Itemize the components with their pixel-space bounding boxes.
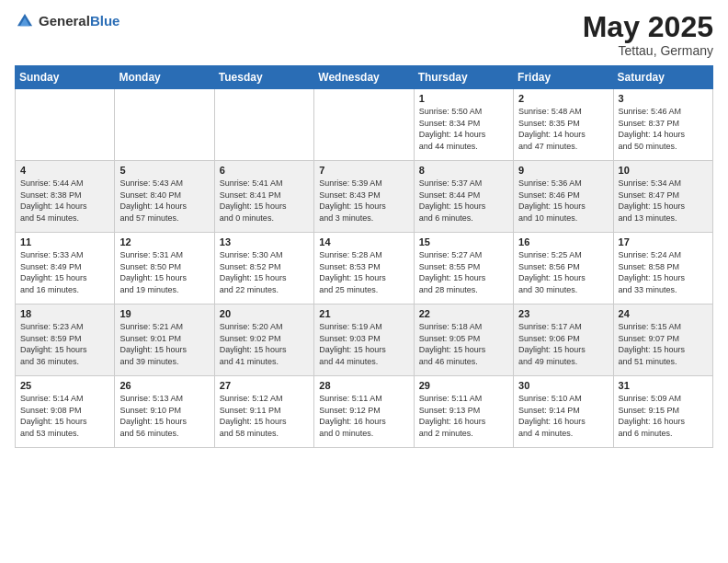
day-number: 24 <box>619 308 708 319</box>
calendar-header-row: Sunday Monday Tuesday Wednesday Thursday… <box>16 66 713 89</box>
day-number: 9 <box>518 165 608 176</box>
table-row: 7Sunrise: 5:39 AM Sunset: 8:43 PM Daylig… <box>314 161 414 233</box>
table-row <box>16 89 115 161</box>
table-row: 3Sunrise: 5:46 AM Sunset: 8:37 PM Daylig… <box>613 89 712 161</box>
day-number: 13 <box>220 236 309 247</box>
day-number: 3 <box>619 93 708 104</box>
day-info: Sunrise: 5:44 AM Sunset: 8:38 PM Dayligh… <box>20 178 109 224</box>
day-number: 15 <box>419 236 508 247</box>
table-row: 11Sunrise: 5:33 AM Sunset: 8:49 PM Dayli… <box>16 233 115 304</box>
day-number: 14 <box>319 236 408 247</box>
day-number: 4 <box>20 165 109 176</box>
table-row <box>314 89 414 161</box>
day-info: Sunrise: 5:14 AM Sunset: 9:08 PM Dayligh… <box>20 393 109 439</box>
day-number: 19 <box>119 308 209 319</box>
table-row: 5Sunrise: 5:43 AM Sunset: 8:40 PM Daylig… <box>115 161 214 233</box>
day-number: 23 <box>518 308 608 319</box>
table-row: 10Sunrise: 5:34 AM Sunset: 8:47 PM Dayli… <box>613 161 712 233</box>
day-number: 5 <box>119 165 209 176</box>
table-row: 16Sunrise: 5:25 AM Sunset: 8:56 PM Dayli… <box>514 233 613 304</box>
col-tuesday: Tuesday <box>214 66 313 89</box>
day-info: Sunrise: 5:12 AM Sunset: 9:11 PM Dayligh… <box>220 393 309 439</box>
logo-general-text: General <box>39 13 90 29</box>
col-saturday: Saturday <box>613 66 712 89</box>
day-number: 11 <box>20 236 109 247</box>
col-sunday: Sunday <box>16 66 115 89</box>
table-row: 2Sunrise: 5:48 AM Sunset: 8:35 PM Daylig… <box>514 89 613 161</box>
day-number: 10 <box>619 165 708 176</box>
location: Tettau, Germany <box>583 43 713 58</box>
day-info: Sunrise: 5:17 AM Sunset: 9:06 PM Dayligh… <box>518 321 608 367</box>
day-info: Sunrise: 5:21 AM Sunset: 9:01 PM Dayligh… <box>119 321 209 367</box>
day-info: Sunrise: 5:10 AM Sunset: 9:14 PM Dayligh… <box>518 393 608 439</box>
day-info: Sunrise: 5:37 AM Sunset: 8:44 PM Dayligh… <box>419 178 508 224</box>
table-row: 22Sunrise: 5:18 AM Sunset: 9:05 PM Dayli… <box>414 304 513 376</box>
day-info: Sunrise: 5:11 AM Sunset: 9:12 PM Dayligh… <box>319 393 408 439</box>
table-row: 8Sunrise: 5:37 AM Sunset: 8:44 PM Daylig… <box>414 161 513 233</box>
calendar-week-row: 11Sunrise: 5:33 AM Sunset: 8:49 PM Dayli… <box>16 233 713 304</box>
day-number: 12 <box>119 236 209 247</box>
day-info: Sunrise: 5:13 AM Sunset: 9:10 PM Dayligh… <box>119 393 209 439</box>
day-info: Sunrise: 5:50 AM Sunset: 8:34 PM Dayligh… <box>419 106 508 152</box>
calendar-week-row: 1Sunrise: 5:50 AM Sunset: 8:34 PM Daylig… <box>16 89 713 161</box>
calendar-week-row: 18Sunrise: 5:23 AM Sunset: 8:59 PM Dayli… <box>16 304 713 376</box>
month-year: May 2025 <box>583 11 713 43</box>
day-info: Sunrise: 5:34 AM Sunset: 8:47 PM Dayligh… <box>619 178 708 224</box>
day-number: 20 <box>220 308 309 319</box>
day-number: 29 <box>419 380 508 391</box>
table-row: 14Sunrise: 5:28 AM Sunset: 8:53 PM Dayli… <box>314 233 414 304</box>
table-row: 13Sunrise: 5:30 AM Sunset: 8:52 PM Dayli… <box>214 233 313 304</box>
table-row: 20Sunrise: 5:20 AM Sunset: 9:02 PM Dayli… <box>214 304 313 376</box>
day-info: Sunrise: 5:30 AM Sunset: 8:52 PM Dayligh… <box>220 249 309 295</box>
col-monday: Monday <box>115 66 214 89</box>
table-row: 6Sunrise: 5:41 AM Sunset: 8:41 PM Daylig… <box>214 161 313 233</box>
day-number: 28 <box>319 380 408 391</box>
day-number: 26 <box>119 380 209 391</box>
table-row: 17Sunrise: 5:24 AM Sunset: 8:58 PM Dayli… <box>613 233 712 304</box>
day-info: Sunrise: 5:09 AM Sunset: 9:15 PM Dayligh… <box>619 393 708 439</box>
day-number: 25 <box>20 380 109 391</box>
day-number: 16 <box>518 236 608 247</box>
day-number: 27 <box>220 380 309 391</box>
day-info: Sunrise: 5:39 AM Sunset: 8:43 PM Dayligh… <box>319 178 408 224</box>
table-row: 23Sunrise: 5:17 AM Sunset: 9:06 PM Dayli… <box>514 304 613 376</box>
title-block: May 2025 Tettau, Germany <box>583 11 713 58</box>
day-info: Sunrise: 5:36 AM Sunset: 8:46 PM Dayligh… <box>518 178 608 224</box>
table-row: 4Sunrise: 5:44 AM Sunset: 8:38 PM Daylig… <box>16 161 115 233</box>
day-info: Sunrise: 5:28 AM Sunset: 8:53 PM Dayligh… <box>319 249 408 295</box>
day-number: 31 <box>619 380 708 391</box>
col-wednesday: Wednesday <box>314 66 414 89</box>
table-row <box>214 89 313 161</box>
page-header: GeneralBlue May 2025 Tettau, Germany <box>15 11 713 58</box>
day-number: 7 <box>319 165 408 176</box>
day-info: Sunrise: 5:20 AM Sunset: 9:02 PM Dayligh… <box>220 321 309 367</box>
table-row: 26Sunrise: 5:13 AM Sunset: 9:10 PM Dayli… <box>115 376 214 448</box>
logo: GeneralBlue <box>15 11 119 31</box>
day-info: Sunrise: 5:18 AM Sunset: 9:05 PM Dayligh… <box>419 321 508 367</box>
table-row: 25Sunrise: 5:14 AM Sunset: 9:08 PM Dayli… <box>16 376 115 448</box>
day-info: Sunrise: 5:25 AM Sunset: 8:56 PM Dayligh… <box>518 249 608 295</box>
day-number: 17 <box>619 236 708 247</box>
calendar-table: Sunday Monday Tuesday Wednesday Thursday… <box>15 65 713 448</box>
table-row: 1Sunrise: 5:50 AM Sunset: 8:34 PM Daylig… <box>414 89 513 161</box>
table-row: 28Sunrise: 5:11 AM Sunset: 9:12 PM Dayli… <box>314 376 414 448</box>
day-info: Sunrise: 5:23 AM Sunset: 8:59 PM Dayligh… <box>20 321 109 367</box>
day-info: Sunrise: 5:11 AM Sunset: 9:13 PM Dayligh… <box>419 393 508 439</box>
day-info: Sunrise: 5:24 AM Sunset: 8:58 PM Dayligh… <box>619 249 708 295</box>
day-info: Sunrise: 5:33 AM Sunset: 8:49 PM Dayligh… <box>20 249 109 295</box>
day-info: Sunrise: 5:41 AM Sunset: 8:41 PM Dayligh… <box>220 178 309 224</box>
col-thursday: Thursday <box>414 66 513 89</box>
table-row: 19Sunrise: 5:21 AM Sunset: 9:01 PM Dayli… <box>115 304 214 376</box>
table-row: 27Sunrise: 5:12 AM Sunset: 9:11 PM Dayli… <box>214 376 313 448</box>
day-number: 22 <box>419 308 508 319</box>
day-info: Sunrise: 5:48 AM Sunset: 8:35 PM Dayligh… <box>518 106 608 152</box>
table-row: 29Sunrise: 5:11 AM Sunset: 9:13 PM Dayli… <box>414 376 513 448</box>
table-row: 30Sunrise: 5:10 AM Sunset: 9:14 PM Dayli… <box>514 376 613 448</box>
day-info: Sunrise: 5:43 AM Sunset: 8:40 PM Dayligh… <box>119 178 209 224</box>
logo-icon <box>15 11 35 31</box>
day-info: Sunrise: 5:15 AM Sunset: 9:07 PM Dayligh… <box>619 321 708 367</box>
day-info: Sunrise: 5:31 AM Sunset: 8:50 PM Dayligh… <box>119 249 209 295</box>
day-number: 21 <box>319 308 408 319</box>
table-row <box>115 89 214 161</box>
day-number: 18 <box>20 308 109 319</box>
